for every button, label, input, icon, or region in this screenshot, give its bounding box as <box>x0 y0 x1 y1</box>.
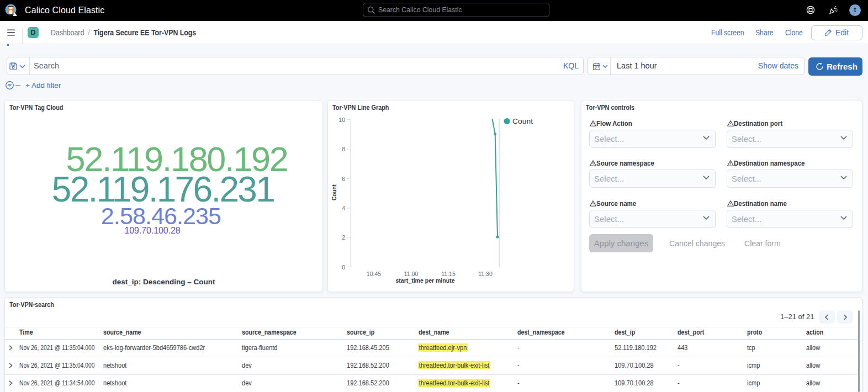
svg-text:0: 0 <box>342 263 345 270</box>
svg-text:10: 10 <box>338 116 345 123</box>
svg-text:2: 2 <box>342 234 345 241</box>
svg-text:11:00: 11:00 <box>404 270 419 277</box>
svg-text:Count: Count <box>512 117 533 125</box>
svg-text:10:45: 10:45 <box>367 270 381 277</box>
svg-text:8: 8 <box>342 146 345 152</box>
svg-text:Count: Count <box>331 184 337 200</box>
svg-text:6: 6 <box>342 175 345 182</box>
svg-text:11:30: 11:30 <box>478 270 493 277</box>
svg-text:start_time per minute: start_time per minute <box>396 277 455 283</box>
svg-text:11:15: 11:15 <box>441 270 456 277</box>
svg-text:4: 4 <box>342 205 345 211</box>
